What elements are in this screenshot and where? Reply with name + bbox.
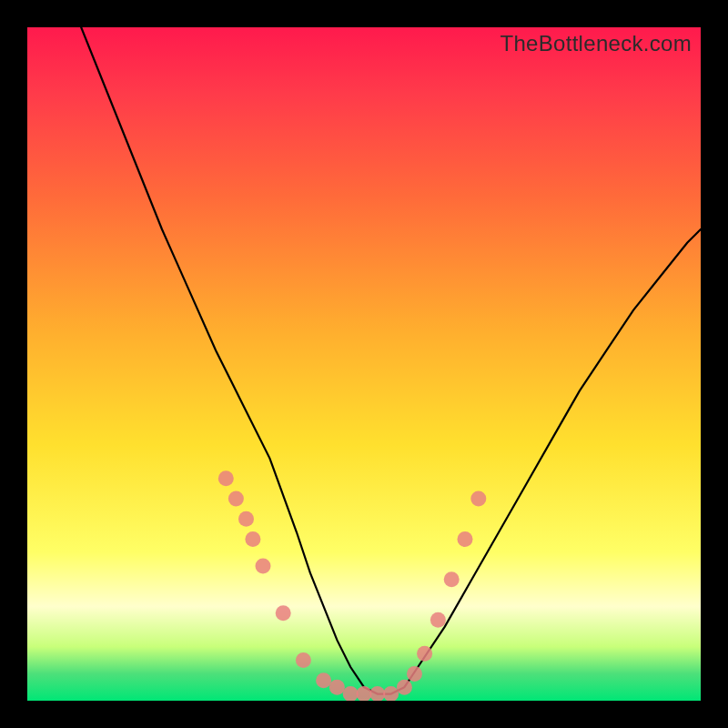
marker-dot xyxy=(296,652,311,668)
chart-frame: TheBottleneck.com xyxy=(0,0,728,728)
marker-dot xyxy=(218,470,234,486)
marker-dot xyxy=(369,686,385,701)
marker-dot xyxy=(228,491,244,507)
marker-dot xyxy=(383,686,399,701)
marker-dot xyxy=(238,511,254,527)
marker-dot xyxy=(397,680,412,695)
bottleneck-curve-path xyxy=(81,27,701,694)
marker-dot xyxy=(329,680,345,695)
marker-dot xyxy=(316,672,331,688)
chart-svg xyxy=(27,27,701,701)
marker-dot xyxy=(458,531,473,547)
marker-dot xyxy=(245,531,260,547)
marker-dot xyxy=(343,686,359,701)
marker-dot xyxy=(407,666,422,682)
bottleneck-markers xyxy=(218,470,487,701)
marker-dot xyxy=(256,559,271,574)
marker-dot xyxy=(417,646,432,662)
chart-plot-area: TheBottleneck.com xyxy=(27,27,701,701)
marker-dot xyxy=(276,605,291,621)
bottleneck-curve xyxy=(81,27,701,694)
watermark-text: TheBottleneck.com xyxy=(500,31,692,56)
marker-dot xyxy=(430,612,446,628)
marker-dot xyxy=(357,686,372,701)
marker-dot xyxy=(444,571,460,587)
marker-dot xyxy=(470,491,486,507)
